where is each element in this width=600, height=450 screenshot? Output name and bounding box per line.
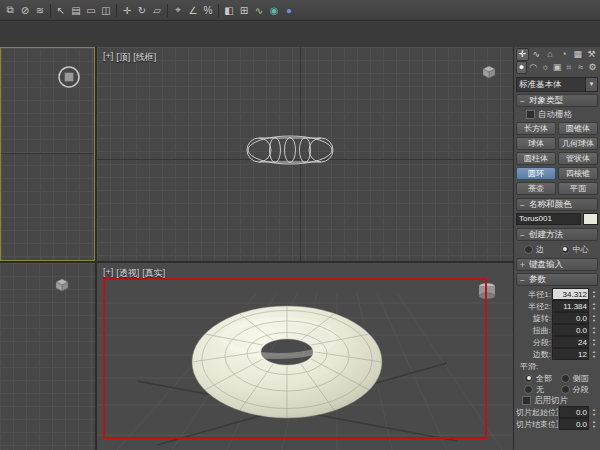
smooth-segments-option[interactable]: 分段	[561, 384, 597, 394]
window-crossing-icon[interactable]: ◫	[99, 2, 113, 18]
tab-motion-icon[interactable]: ◔	[557, 48, 570, 61]
chevron-down-icon[interactable]: ▾	[585, 78, 597, 91]
smooth-all-option[interactable]: 全部	[524, 373, 560, 383]
select-and-link-icon[interactable]: ⧉	[3, 2, 17, 18]
viewport-perspective-label: [+] [透视] [真实]	[103, 267, 165, 280]
percent-snap-icon[interactable]: %	[201, 2, 215, 18]
radio-icon[interactable]	[524, 374, 533, 383]
category-shapes-icon[interactable]: ◠	[528, 61, 539, 74]
slice-to-input[interactable]: 0.0	[559, 418, 589, 430]
bind-to-space-warp-icon[interactable]: ≋	[33, 2, 47, 18]
radius1-input[interactable]: 34.312	[552, 288, 589, 300]
torus-shaded[interactable]	[189, 300, 385, 424]
viewport-perspective[interactable]: [+] [透视] [真实]	[97, 263, 513, 450]
slice-from-spinner[interactable]	[590, 407, 598, 418]
category-space-warps-icon[interactable]: ≈	[575, 61, 586, 74]
tab-modify-icon[interactable]: ∿	[530, 48, 543, 61]
angle-snap-icon[interactable]: ∠	[186, 2, 200, 18]
twist-input[interactable]: 0.0	[552, 324, 589, 336]
torus-wireframe[interactable]	[246, 134, 334, 166]
unlink-selection-icon[interactable]: ⊘	[18, 2, 32, 18]
category-geometry-icon[interactable]: ●	[516, 61, 527, 74]
render-icon[interactable]: ●	[282, 2, 296, 18]
smooth-none-option[interactable]: 无	[524, 384, 560, 394]
cone-button[interactable]: 圆锥体	[558, 122, 598, 135]
category-lights-icon[interactable]: ☼	[540, 61, 551, 74]
tab-display-icon[interactable]: ▦	[571, 48, 584, 61]
select-and-scale-icon[interactable]: ▱	[150, 2, 164, 18]
material-editor-icon[interactable]: ◉	[267, 2, 281, 18]
radio-icon[interactable]	[561, 385, 570, 394]
select-object-icon[interactable]: ↖	[54, 2, 68, 18]
rollout-creation-method-header[interactable]: − 创建方法	[516, 228, 598, 241]
rollout-keyboard-entry-header[interactable]: + 键盘输入	[516, 258, 598, 271]
select-and-rotate-icon[interactable]: ↻	[135, 2, 149, 18]
rotation-input[interactable]: 0.0	[552, 312, 589, 324]
perspective-viewport-gizmo[interactable]	[476, 281, 498, 303]
sides-input[interactable]: 12	[552, 348, 589, 360]
segments-spinner[interactable]	[590, 337, 598, 348]
snaps-toggle-icon[interactable]: ⌖	[171, 2, 185, 18]
align-icon[interactable]: ⊞	[237, 2, 251, 18]
teapot-button[interactable]: 茶壶	[516, 182, 556, 195]
mirror-icon[interactable]: ◧	[222, 2, 236, 18]
radius1-spinner[interactable]	[590, 289, 598, 300]
left-bottom-object-gizmo[interactable]	[55, 278, 69, 292]
radio-icon[interactable]	[524, 245, 533, 254]
smooth-sides-option[interactable]: 侧面	[561, 373, 597, 383]
select-by-name-icon[interactable]: ▤	[69, 2, 83, 18]
radio-icon[interactable]	[524, 385, 533, 394]
creation-center-option[interactable]: 中心	[561, 244, 597, 254]
radio-icon[interactable]	[561, 374, 570, 383]
plane-button[interactable]: 平面	[558, 182, 598, 195]
radius2-spinner[interactable]	[590, 301, 598, 312]
category-systems-icon[interactable]: ⚙	[587, 61, 598, 74]
viewport-menu-shading[interactable]: [真实]	[142, 267, 165, 280]
rollout-name-color-header[interactable]: − 名称和颜色	[516, 198, 598, 211]
creation-edge-option[interactable]: 边	[524, 244, 560, 254]
viewport-top[interactable]: [+] [顶] [线框]	[97, 47, 513, 261]
twist-spinner[interactable]	[590, 325, 598, 336]
viewport-menu-shading[interactable]: [线框]	[133, 51, 156, 64]
sphere-button[interactable]: 球体	[516, 137, 556, 150]
slice-on-checkbox[interactable]	[522, 396, 531, 405]
rollout-parameters-header[interactable]: − 参数	[516, 273, 598, 286]
viewport-left-bottom[interactable]	[0, 263, 95, 450]
left-top-object-gizmo[interactable]	[57, 65, 81, 89]
select-and-move-icon[interactable]: ✛	[120, 2, 134, 18]
pyramid-button[interactable]: 四棱锥	[558, 167, 598, 180]
object-name-input[interactable]: Torus001	[516, 213, 581, 225]
geosphere-button[interactable]: 几何球体	[558, 137, 598, 150]
category-helpers-icon[interactable]: ⌗	[563, 61, 574, 74]
cylinder-button[interactable]: 圆柱体	[516, 152, 556, 165]
object-color-swatch[interactable]	[583, 213, 598, 225]
selection-region-icon[interactable]: ▭	[84, 2, 98, 18]
radio-icon[interactable]	[561, 245, 570, 254]
primitive-type-dropdown[interactable]: 标准基本体 ▾	[516, 77, 598, 92]
viewport-menu-general[interactable]: [+]	[103, 51, 113, 64]
viewport-menu-view[interactable]: [顶]	[116, 51, 130, 64]
category-cameras-icon[interactable]: ▣	[552, 61, 563, 74]
torus-button[interactable]: 圆环	[516, 167, 556, 180]
slice-from-input[interactable]: 0.0	[559, 406, 589, 418]
rollout-object-type-header[interactable]: − 对象类型	[516, 94, 598, 107]
curve-editor-icon[interactable]: ∿	[252, 2, 266, 18]
viewport-menu-view[interactable]: [透视]	[116, 267, 139, 280]
tube-button[interactable]: 管状体	[558, 152, 598, 165]
viewport-left-top[interactable]	[0, 47, 95, 261]
twist-row: 扭曲: 0.0	[516, 324, 598, 336]
sides-spinner[interactable]	[590, 349, 598, 360]
segments-input[interactable]: 24	[552, 336, 589, 348]
top-viewport-gizmo[interactable]	[482, 65, 496, 79]
rotation-spinner[interactable]	[590, 313, 598, 324]
viewport-menu-general[interactable]: [+]	[103, 267, 113, 280]
tab-create-icon[interactable]: ✛	[516, 48, 529, 61]
tab-utilities-icon[interactable]: ⚒	[585, 48, 598, 61]
box-button[interactable]: 长方体	[516, 122, 556, 135]
rollout-name-color: − 名称和颜色 Torus001	[516, 198, 598, 226]
radius2-input[interactable]: 11.384	[552, 300, 589, 312]
tab-hierarchy-icon[interactable]: ⌂	[544, 48, 557, 61]
autogrid-checkbox[interactable]	[526, 110, 535, 119]
slice-to-spinner[interactable]	[590, 419, 598, 430]
rollout-title: 名称和颜色	[529, 199, 572, 211]
